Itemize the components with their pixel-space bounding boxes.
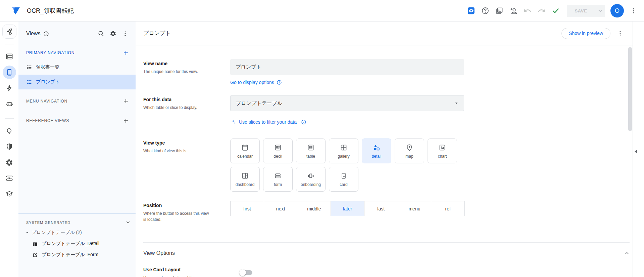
reference-views-header[interactable]: REFERENCE VIEWS — [18, 114, 136, 128]
position-row: Position Where the button to access this… — [143, 201, 633, 223]
page-more-icon[interactable] — [616, 30, 624, 37]
views-more-icon[interactable] — [121, 30, 129, 37]
view-type-calendar[interactable]: calendar — [230, 138, 260, 163]
system-item-form[interactable]: プロンプトテーブル_Form — [18, 252, 136, 258]
view-type-deck[interactable]: deck — [263, 138, 293, 163]
position-next[interactable]: next — [264, 201, 298, 216]
system-item-detail[interactable]: プロンプトテーブル_Detail — [18, 241, 136, 247]
position-first[interactable]: first — [230, 201, 264, 216]
view-type-table[interactable]: table — [296, 138, 326, 163]
add-view-icon — [123, 118, 129, 124]
app-title: OCR_領収書転記 — [27, 7, 74, 15]
header-more-icon[interactable] — [629, 6, 638, 15]
keyboard-icon[interactable] — [495, 6, 504, 15]
main-scrollbar[interactable] — [628, 47, 632, 131]
view-type-map[interactable]: map — [395, 138, 424, 163]
collapse-panel-arrow-icon[interactable] — [635, 150, 637, 154]
use-card-layout-row: Use Card Layout Use a card view to layou… — [143, 267, 633, 277]
position-label: Position — [143, 203, 230, 208]
calendar-icon — [241, 144, 249, 152]
primary-navigation-header[interactable]: PRIMARY NAVIGATION — [18, 46, 136, 60]
sidebar-item-views[interactable] — [3, 66, 16, 79]
position-later[interactable]: later — [331, 201, 364, 216]
sidebar-item-manage[interactable] — [3, 171, 16, 185]
section-divider — [143, 242, 630, 243]
main-panel: プロンプト Show in preview View name The uniq… — [136, 22, 633, 277]
views-settings-icon[interactable] — [109, 30, 117, 37]
views-panel: Views PRIMARY NAVIGATION — [18, 22, 136, 277]
go-to-display-options-link[interactable]: Go to display options — [230, 80, 464, 85]
for-this-data-desc: Which table or slice to display. — [143, 105, 210, 111]
sidebar-item-automation[interactable] — [3, 97, 16, 111]
page-title: プロンプト — [143, 30, 171, 37]
saved-check-icon — [551, 6, 560, 15]
table-icon — [307, 144, 315, 152]
nav-item-receipt-list[interactable]: 領収書一覧 — [18, 60, 136, 75]
position-desc: Where the button to access this view is … — [143, 210, 210, 223]
view-name-desc: The unique name for this view. — [143, 69, 210, 75]
menu-navigation-header[interactable]: MENU NAVIGATION — [18, 94, 136, 108]
view-type-desc: What kind of view this is. — [143, 148, 210, 154]
toggle-knob — [239, 269, 246, 276]
view-type-form[interactable]: form — [263, 167, 293, 192]
view-type-card[interactable]: card — [329, 167, 358, 192]
position-middle[interactable]: middle — [297, 201, 331, 216]
dropdown-caret-icon — [454, 101, 458, 105]
view-type-detail[interactable]: detail — [362, 138, 391, 163]
add-view-icon — [123, 98, 129, 104]
appsheet-logo-icon — [10, 5, 21, 16]
gallery-icon — [340, 144, 348, 152]
views-info-icon[interactable] — [42, 30, 50, 37]
view-name-row: View name The unique name for this view.… — [143, 59, 633, 85]
use-slices-link[interactable]: Use slices to filter your data — [230, 119, 464, 125]
redo-icon[interactable] — [537, 6, 546, 15]
deck-icon — [274, 144, 282, 152]
sparkle-icon — [230, 119, 237, 125]
position-last[interactable]: last — [364, 201, 398, 216]
sidebar-item-actions[interactable] — [3, 81, 16, 95]
launch-icon[interactable] — [2, 25, 16, 39]
for-this-data-label: For this data — [143, 97, 230, 102]
show-in-preview-button[interactable]: Show in preview — [561, 28, 610, 39]
form-icon — [274, 172, 282, 180]
chevron-up-icon — [624, 250, 630, 256]
data-source-select[interactable]: プロンプトテーブル — [230, 95, 464, 111]
search-icon[interactable] — [97, 30, 105, 37]
left-rail — [0, 22, 18, 277]
position-menu[interactable]: menu — [398, 201, 432, 216]
sidebar-item-security[interactable] — [3, 140, 16, 153]
nav-item-prompt[interactable]: プロンプト — [18, 75, 136, 89]
view-type-chart[interactable]: chart — [428, 138, 457, 163]
chart-icon — [438, 144, 446, 152]
save-button-group: SAVE — [567, 5, 605, 17]
info-icon — [301, 119, 306, 125]
save-button[interactable]: SAVE — [567, 5, 595, 17]
right-collapsed-panel — [633, 22, 644, 277]
view-options-title: View Options — [143, 250, 175, 256]
view-type-gallery[interactable]: gallery — [329, 138, 358, 163]
chevron-down-icon[interactable] — [125, 220, 131, 225]
sidebar-item-learn[interactable] — [3, 187, 16, 201]
avatar[interactable]: O — [610, 4, 624, 17]
sidebar-item-intelligence[interactable] — [3, 124, 16, 137]
view-type-dashboard[interactable]: dashboard — [230, 167, 260, 192]
dashboard-icon — [241, 172, 249, 180]
undo-icon[interactable] — [523, 6, 532, 15]
view-type-onboarding[interactable]: onboarding — [296, 167, 326, 192]
view-name-input[interactable] — [230, 59, 464, 75]
card-icon — [340, 172, 348, 180]
add-view-icon — [123, 50, 129, 56]
position-ref[interactable]: ref — [431, 201, 465, 216]
sidebar-item-data[interactable] — [3, 50, 16, 63]
rail-divider — [5, 44, 14, 44]
add-user-icon[interactable] — [509, 6, 518, 15]
system-group-prompt-table[interactable]: プロンプトテーブル (2) — [18, 230, 136, 236]
use-card-layout-toggle[interactable] — [240, 270, 252, 275]
view-options-header[interactable]: View Options — [143, 250, 630, 256]
preview-icon[interactable] — [467, 6, 476, 15]
for-this-data-row: For this data Which table or slice to di… — [143, 95, 633, 125]
sidebar-item-settings[interactable] — [3, 156, 16, 169]
detail-view-icon — [32, 241, 38, 247]
help-icon[interactable] — [481, 6, 490, 15]
save-dropdown-button[interactable] — [595, 5, 605, 17]
